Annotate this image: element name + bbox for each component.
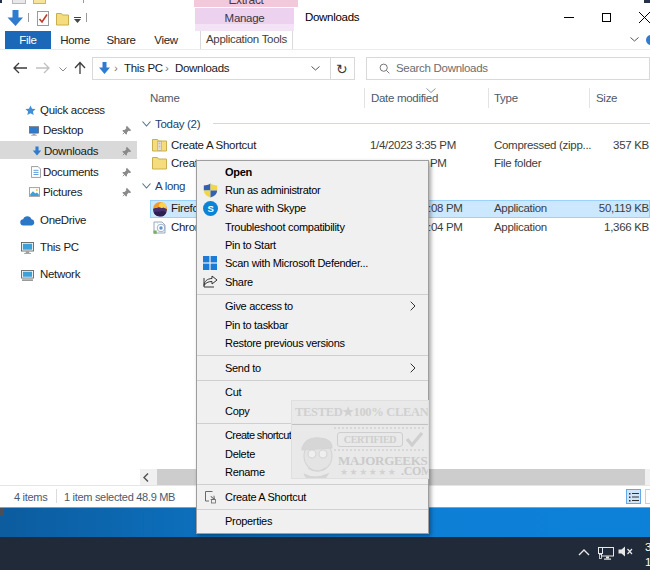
svg-text:3:: 3: [645,541,650,553]
svg-text:S: S [207,203,213,214]
svg-text:1/: 1/ [645,556,650,568]
